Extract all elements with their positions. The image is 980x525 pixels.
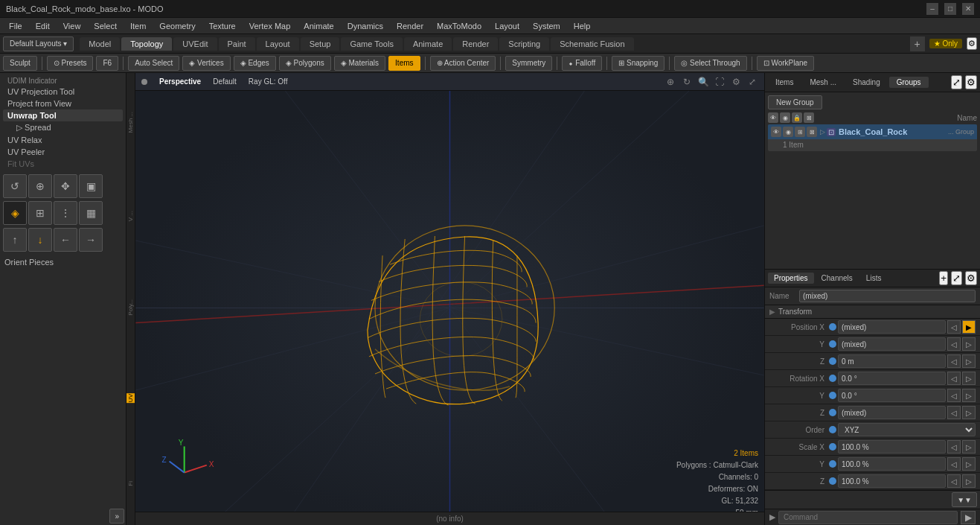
prop-rot-x-btn2[interactable]: ▷ xyxy=(962,372,976,385)
item-header-row[interactable]: 👁 ◉ ⊞ ⊠ ▷ ⊡ Black_Coal_Rock ... Group xyxy=(768,124,977,139)
sidebar-item-uv-peeler[interactable]: UV Peeler xyxy=(3,146,123,158)
prop-scale-z-btn2[interactable]: ▷ xyxy=(962,474,976,488)
prop-rot-y-input[interactable] xyxy=(838,389,946,402)
tool-icon-grid[interactable]: ⊞ xyxy=(28,201,52,225)
viewport-icon-rotate[interactable]: ⊕ xyxy=(664,76,676,88)
tool-icon-right[interactable]: → xyxy=(79,228,103,252)
expand-sidebar-btn[interactable]: » xyxy=(109,509,124,524)
new-group-button[interactable]: New Group xyxy=(768,95,822,109)
menu-dynamics[interactable]: Dynamics xyxy=(342,20,389,32)
prop-pos-z-input[interactable] xyxy=(838,354,946,368)
sidebar-item-uv-relax[interactable]: UV Relax xyxy=(3,134,123,146)
prop-tab-channels[interactable]: Channels xyxy=(816,273,859,284)
prop-rot-x-input[interactable] xyxy=(838,372,946,385)
polygons-button[interactable]: ◈ Polygons xyxy=(279,56,331,71)
tool-icon-select-a[interactable]: ◈ xyxy=(3,201,27,225)
viewport-icon-refresh[interactable]: ↻ xyxy=(681,76,693,88)
prop-scale-x-btn2[interactable]: ▷ xyxy=(962,440,976,454)
menu-render[interactable]: Render xyxy=(391,20,429,32)
menu-file[interactable]: File xyxy=(3,20,28,32)
prop-pos-y-btn2[interactable]: ▷ xyxy=(962,337,976,351)
viewport-icon-search[interactable]: 🔍 xyxy=(697,76,709,88)
right-tab-items[interactable]: Items xyxy=(768,77,801,88)
prop-pos-y-input[interactable] xyxy=(838,337,946,351)
visibility-lock-icon[interactable]: 🔒 xyxy=(792,112,802,123)
right-tab-groups[interactable]: Groups xyxy=(889,77,929,88)
snapping-button[interactable]: ⊞ Snapping xyxy=(612,56,664,71)
item-eye-icon[interactable]: 👁 xyxy=(771,127,781,137)
prop-expand-button[interactable]: ⤢ xyxy=(951,271,962,285)
viewport[interactable]: Perspective Default Ray GL: Off ⊕ ↻ 🔍 ⛶ … xyxy=(135,73,764,525)
viewport-icon-maximize[interactable]: ⤢ xyxy=(746,76,758,88)
sidebar-item-spread[interactable]: ▷ Spread xyxy=(3,121,123,134)
visibility-extra-icon[interactable]: ⊠ xyxy=(804,112,814,123)
menu-edit[interactable]: Edit xyxy=(30,20,56,32)
tool-icon-cube[interactable]: ▣ xyxy=(79,174,103,198)
right-panel-expand[interactable]: ⤢ xyxy=(951,75,962,89)
tab-setup[interactable]: Setup xyxy=(301,37,340,51)
prop-pos-x-input[interactable] xyxy=(838,320,946,334)
right-tab-mesh[interactable]: Mesh ... xyxy=(802,77,844,88)
menu-maxtomodo[interactable]: MaxToModo xyxy=(431,20,487,32)
transform-section-header[interactable]: ▶ Transform xyxy=(765,305,980,319)
menu-system[interactable]: System xyxy=(527,20,566,32)
maximize-button[interactable]: □ xyxy=(944,3,956,15)
menu-animate[interactable]: Animate xyxy=(298,20,339,32)
edges-button[interactable]: ◈ Edges xyxy=(234,56,276,71)
settings-button[interactable]: ⚙ xyxy=(967,37,977,50)
tab-scripting[interactable]: Scripting xyxy=(499,37,549,51)
f6-button[interactable]: F6 xyxy=(96,56,118,71)
materials-button[interactable]: ◈ Materials xyxy=(334,56,385,71)
viewport-icon-settings[interactable]: ⚙ xyxy=(730,76,742,88)
prop-settings-button[interactable]: ⚙ xyxy=(965,271,977,285)
menu-select[interactable]: Select xyxy=(88,20,123,32)
sidebar-item-udim[interactable]: UDIM Indicator xyxy=(3,76,123,86)
sidebar-item-unwrap[interactable]: Unwrap Tool xyxy=(3,109,123,121)
tab-model[interactable]: Model xyxy=(80,37,120,51)
prop-rot-z-input[interactable] xyxy=(838,406,946,419)
prop-scale-x-input[interactable] xyxy=(838,440,946,454)
menu-help[interactable]: Help xyxy=(568,20,597,32)
tab-animate[interactable]: Animate xyxy=(404,37,452,51)
menu-item[interactable]: Item xyxy=(124,20,152,32)
tab-topology[interactable]: Topology xyxy=(121,37,172,51)
prop-rot-x-btn1[interactable]: ◁ xyxy=(947,372,961,385)
tool-icon-left[interactable]: ← xyxy=(54,228,77,252)
action-center-button[interactable]: ⊕ Action Center xyxy=(430,56,496,71)
sidebar-item-project-view[interactable]: Project from View xyxy=(3,98,123,109)
close-button[interactable]: ✕ xyxy=(962,3,974,15)
select-through-button[interactable]: ◎ Select Through xyxy=(674,56,746,71)
auto-select-button[interactable]: Auto Select xyxy=(128,56,179,71)
prop-tab-lists[interactable]: Lists xyxy=(860,273,888,284)
tool-icon-box[interactable]: ▦ xyxy=(79,201,103,225)
visibility-eye-icon[interactable]: 👁 xyxy=(768,112,778,123)
prop-pos-z-btn1[interactable]: ◁ xyxy=(947,354,961,368)
prop-rot-y-btn2[interactable]: ▷ xyxy=(962,389,976,402)
right-tab-shading[interactable]: Shading xyxy=(845,77,888,88)
prop-tab-properties[interactable]: Properties xyxy=(768,273,814,284)
falloff-button[interactable]: ⬥ Falloff xyxy=(562,56,602,71)
tool-icon-mesh[interactable]: ⋮ xyxy=(54,201,77,225)
prop-scale-x-btn1[interactable]: ◁ xyxy=(947,440,961,454)
right-panel-settings[interactable]: ⚙ xyxy=(965,75,977,89)
viewport-icon-expand[interactable]: ⛶ xyxy=(714,76,726,88)
prop-pos-z-btn2[interactable]: ▷ xyxy=(962,354,976,368)
item-box-icon[interactable]: ⊞ xyxy=(795,127,805,137)
menu-geometry[interactable]: Geometry xyxy=(153,20,201,32)
tab-schematic-fusion[interactable]: Schematic Fusion xyxy=(551,37,633,51)
prop-scale-z-input[interactable] xyxy=(838,474,946,488)
minimize-button[interactable]: – xyxy=(926,3,938,15)
tool-icon-up[interactable]: ↑ xyxy=(3,228,27,252)
prop-rot-z-btn1[interactable]: ◁ xyxy=(947,406,961,419)
prop-scale-y-btn2[interactable]: ▷ xyxy=(962,457,976,471)
tool-icon-rotate[interactable]: ↺ xyxy=(3,174,27,198)
prop-pos-x-btn1[interactable]: ◁ xyxy=(947,320,961,334)
command-run-button[interactable]: ▶ xyxy=(961,511,976,524)
tab-paint[interactable]: Paint xyxy=(219,37,255,51)
items-button[interactable]: Items xyxy=(388,56,420,71)
presets-button[interactable]: ⊙ Presets xyxy=(47,56,94,71)
prop-order-select[interactable]: XYZ xyxy=(838,423,976,436)
layout-preset-dropdown[interactable]: Default Layouts ▾ xyxy=(3,36,74,51)
tool-icon-down[interactable]: ↓ xyxy=(28,228,52,252)
vertices-button[interactable]: ◈ Vertices xyxy=(182,56,230,71)
